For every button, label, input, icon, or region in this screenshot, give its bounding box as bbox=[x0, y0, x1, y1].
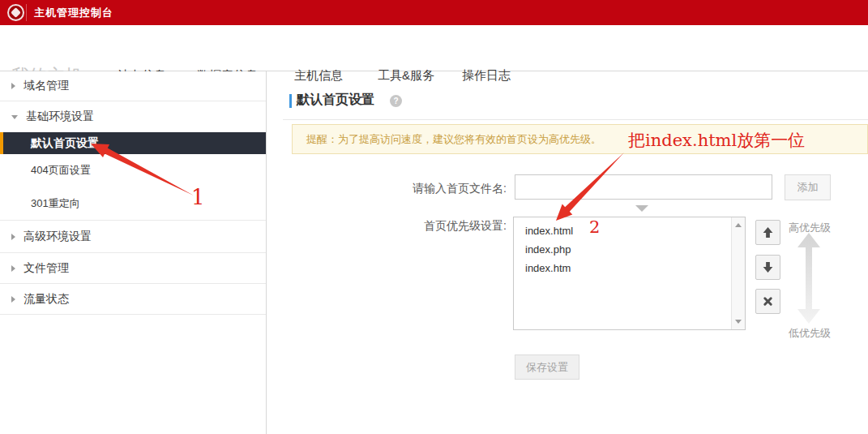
nav-tab-operation-log[interactable]: 操作日志 bbox=[462, 68, 511, 84]
title-accent-bar bbox=[289, 94, 292, 108]
logo-icon bbox=[7, 4, 24, 21]
list-item[interactable]: index.htm bbox=[514, 259, 731, 277]
priority-gradient-arrow-icon bbox=[797, 233, 821, 327]
priority-list: index.html index.php index.htm bbox=[514, 221, 731, 277]
app-title: 主机管理控制台 bbox=[34, 0, 113, 25]
divider bbox=[283, 119, 868, 120]
sidebar-item-traffic-status[interactable]: 流量状态 bbox=[0, 284, 266, 315]
priority-listbox[interactable]: index.html index.php index.htm bbox=[513, 217, 746, 330]
caret-right-icon bbox=[11, 234, 15, 240]
move-down-button[interactable] bbox=[755, 255, 780, 280]
sidebar-item-404-page-settings[interactable]: 404页面设置 bbox=[0, 154, 266, 187]
nav-tab-host-info[interactable]: 主机信息 bbox=[294, 68, 343, 84]
sidebar-item-label: 默认首页设置 bbox=[31, 136, 99, 151]
filename-label: 请输入首页文件名: bbox=[373, 182, 507, 196]
save-settings-button[interactable]: 保存设置 bbox=[515, 355, 579, 380]
sidebar-item-label: 高级环境设置 bbox=[24, 230, 92, 244]
remove-x-icon bbox=[763, 296, 773, 307]
arrow-down-icon bbox=[762, 261, 774, 273]
sidebar-item-label: 流量状态 bbox=[24, 292, 69, 307]
app-window: 主机管理控制台 我的主机 站点信息 数据库信息 主机信息 工具&服务 操作日志 … bbox=[0, 0, 868, 434]
nav-tab-tools-services[interactable]: 工具&服务 bbox=[378, 68, 434, 84]
add-button[interactable]: 添加 bbox=[785, 174, 831, 200]
sidebar-item-label: 301重定向 bbox=[31, 196, 80, 211]
sidebar-item-file-management[interactable]: 文件管理 bbox=[0, 253, 266, 284]
sidebar-item-default-index-settings[interactable]: 默认首页设置 bbox=[0, 132, 266, 154]
list-item[interactable]: index.html bbox=[514, 221, 731, 240]
page-title: 默认首页设置 bbox=[297, 92, 374, 109]
remove-button[interactable] bbox=[755, 289, 780, 314]
topbar-separator bbox=[26, 4, 27, 21]
list-item[interactable]: index.php bbox=[514, 240, 731, 259]
sidebar-item-advanced-env-settings[interactable]: 高级环境设置 bbox=[0, 221, 266, 253]
low-priority-label: 低优先级 bbox=[789, 326, 831, 341]
scroll-up-icon[interactable] bbox=[735, 223, 742, 227]
dropdown-arrow-icon bbox=[635, 205, 648, 212]
sidebar: 域名管理 基础环境设置 默认首页设置 404页面设置 301重定向 高级环境设置… bbox=[0, 71, 267, 434]
filename-input[interactable] bbox=[515, 174, 772, 200]
caret-right-icon bbox=[11, 265, 15, 272]
scroll-down-icon[interactable] bbox=[735, 320, 742, 324]
annotation-step-1: 1 bbox=[191, 185, 205, 209]
scrollbar[interactable] bbox=[731, 217, 745, 329]
annotation-note: 把index.html放第一位 bbox=[628, 129, 805, 152]
sidebar-item-label: 404页面设置 bbox=[31, 163, 91, 178]
caret-down-icon bbox=[11, 115, 18, 119]
sidebar-item-domain-management[interactable]: 域名管理 bbox=[0, 71, 266, 101]
sidebar-item-label: 文件管理 bbox=[24, 261, 69, 276]
caret-right-icon bbox=[11, 83, 15, 89]
sidebar-item-label: 域名管理 bbox=[24, 79, 69, 93]
arrow-up-icon bbox=[762, 226, 774, 238]
priority-label: 首页优先级设置: bbox=[373, 219, 507, 234]
sidebar-item-label: 基础环境设置 bbox=[26, 110, 94, 124]
annotation-step-2: 2 bbox=[589, 217, 600, 237]
main-nav: 我的主机 站点信息 数据库信息 主机信息 工具&服务 操作日志 bbox=[0, 25, 868, 71]
sidebar-item-basic-env-settings[interactable]: 基础环境设置 bbox=[0, 101, 266, 132]
caret-right-icon bbox=[11, 296, 15, 303]
topbar: 主机管理控制台 bbox=[0, 0, 868, 25]
sidebar-item-301-redirect[interactable]: 301重定向 bbox=[0, 187, 266, 221]
move-up-button[interactable] bbox=[755, 220, 780, 245]
help-icon[interactable]: ? bbox=[390, 95, 402, 107]
